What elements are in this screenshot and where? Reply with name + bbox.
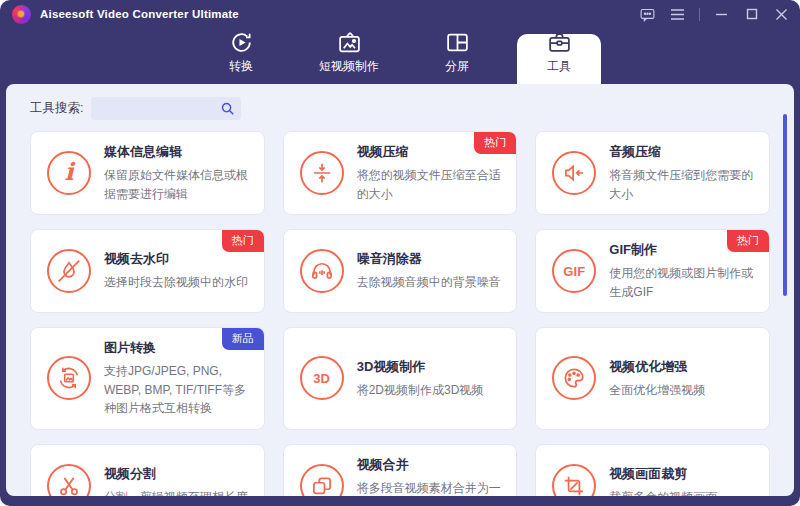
tool-card-video-enhancer[interactable]: 视频优化增强 全面优化增强视频 <box>535 327 770 430</box>
tools-panel: 工具搜索: i 媒体信息编辑 保留原始文件媒体信息或根据需要进行编辑 <box>6 84 794 496</box>
convert-icon <box>228 30 254 54</box>
tab-label: 转换 <box>229 58 253 75</box>
menu-icon[interactable] <box>669 6 686 23</box>
watermark-remover-icon <box>47 249 91 293</box>
split-screen-icon <box>444 30 470 54</box>
tool-title: 3D视频制作 <box>357 358 484 376</box>
tool-card-video-merger[interactable]: 视频合并 将多段音视频素材合并为一个视频 <box>283 444 518 497</box>
tool-desc: 将音频文件压缩到您需要的大小 <box>609 166 755 203</box>
search-box <box>91 97 241 120</box>
tool-title: 视频分割 <box>104 465 248 483</box>
tool-desc: 保留原始文件媒体信息或根据需要进行编辑 <box>104 166 250 203</box>
tool-card-audio-compressor[interactable]: 音频压缩 将音频文件压缩到您需要的大小 <box>535 131 770 215</box>
main-tabbar: 转换 短视频制作 分屏 <box>0 28 800 84</box>
tab-split-screen[interactable]: 分屏 <box>415 28 499 84</box>
tab-label: 分屏 <box>445 58 469 75</box>
tool-desc: 支持JPG/JPEG, PNG, WEBP, BMP, TIF/TIFF等多种图… <box>104 362 250 418</box>
tool-desc: 分割、剪辑视频至理想长度 <box>104 488 248 496</box>
titlebar: Aiseesoft Video Converter Ultimate <box>0 0 800 28</box>
tool-desc: 将多段音视频素材合并为一个视频 <box>357 479 503 497</box>
tool-card-video-splitter[interactable]: 视频分割 分割、剪辑视频至理想长度 <box>30 444 265 497</box>
noise-remover-icon <box>300 249 344 293</box>
tool-desc: 将2D视频制作成3D视频 <box>357 381 484 400</box>
tab-convert[interactable]: 转换 <box>199 28 283 84</box>
tool-card-video-compressor[interactable]: 热门 视频压缩 将您的视频文件压缩至合适的大小 <box>283 131 518 215</box>
media-info-icon: i <box>47 151 91 195</box>
tool-card-media-info-editor[interactable]: i 媒体信息编辑 保留原始文件媒体信息或根据需要进行编辑 <box>30 131 265 215</box>
tool-desc: 使用您的视频或图片制作或生成GIF <box>609 264 755 301</box>
hot-badge: 热门 <box>222 230 264 252</box>
video-cropper-icon <box>552 464 596 497</box>
search-icon[interactable] <box>220 101 235 116</box>
tool-desc: 全面优化增强视频 <box>609 381 705 400</box>
video-splitter-icon <box>47 464 91 497</box>
minimize-button[interactable] <box>713 6 730 23</box>
hot-badge: 热门 <box>474 132 516 154</box>
tool-title: 噪音消除器 <box>357 250 501 268</box>
toolbox-icon <box>546 30 572 54</box>
tab-label: 短视频制作 <box>319 58 379 75</box>
audio-compress-icon <box>552 151 596 195</box>
tool-card-watermark-remover[interactable]: 热门 视频去水印 选择时段去除视频中的水印 <box>30 229 265 313</box>
maximize-button[interactable] <box>743 6 760 23</box>
video-enhancer-icon <box>552 356 596 400</box>
tab-label: 工具 <box>547 58 571 75</box>
window-title: Aiseesoft Video Converter Ultimate <box>40 8 239 20</box>
tab-short-video-maker[interactable]: 短视频制作 <box>301 28 397 84</box>
tool-search-input[interactable] <box>91 97 241 120</box>
tool-title: 媒体信息编辑 <box>104 143 250 161</box>
tool-title: 视频去水印 <box>104 250 248 268</box>
search-label: 工具搜索: <box>30 100 83 117</box>
titlebar-divider <box>699 8 700 21</box>
3d-maker-icon: 3D <box>300 356 344 400</box>
app-window: Aiseesoft Video Converter Ultimate <box>0 0 800 506</box>
close-button[interactable] <box>773 6 790 23</box>
hot-badge: 热门 <box>727 230 769 252</box>
image-converter-icon <box>47 356 91 400</box>
gif-maker-icon: GIF <box>552 249 596 293</box>
tool-card-video-cropper[interactable]: 视频画面裁剪 裁剪多余的视频画面 <box>535 444 770 497</box>
tool-title: 音频压缩 <box>609 143 755 161</box>
tool-desc: 去除视频音频中的背景噪音 <box>357 273 501 292</box>
tool-card-gif-maker[interactable]: 热门 GIF GIF制作 使用您的视频或图片制作或生成GIF <box>535 229 770 313</box>
tool-card-image-converter[interactable]: 新品 图片转换 支持JPG/JPEG, PNG, WEBP, BMP, TIF/… <box>30 327 265 430</box>
video-compress-icon <box>300 151 344 195</box>
feedback-icon[interactable] <box>639 6 656 23</box>
tools-grid: i 媒体信息编辑 保留原始文件媒体信息或根据需要进行编辑 热门 视频压缩 <box>30 131 770 496</box>
tool-title: 视频合并 <box>357 456 503 474</box>
tool-desc: 将您的视频文件压缩至合适的大小 <box>357 166 503 203</box>
video-merger-icon <box>300 464 344 497</box>
tool-desc: 选择时段去除视频中的水印 <box>104 273 248 292</box>
new-badge: 新品 <box>222 328 264 350</box>
tool-card-noise-remover[interactable]: 噪音消除器 去除视频音频中的背景噪音 <box>283 229 518 313</box>
mv-maker-icon <box>336 30 362 54</box>
app-logo-icon <box>12 5 31 24</box>
tab-toolbox[interactable]: 工具 <box>517 34 601 84</box>
tool-card-3d-maker[interactable]: 3D 3D视频制作 将2D视频制作成3D视频 <box>283 327 518 430</box>
tool-desc: 裁剪多余的视频画面 <box>609 488 717 496</box>
tool-title: 视频画面裁剪 <box>609 465 717 483</box>
tool-title: 视频优化增强 <box>609 358 705 376</box>
vertical-scrollbar[interactable] <box>783 114 787 296</box>
